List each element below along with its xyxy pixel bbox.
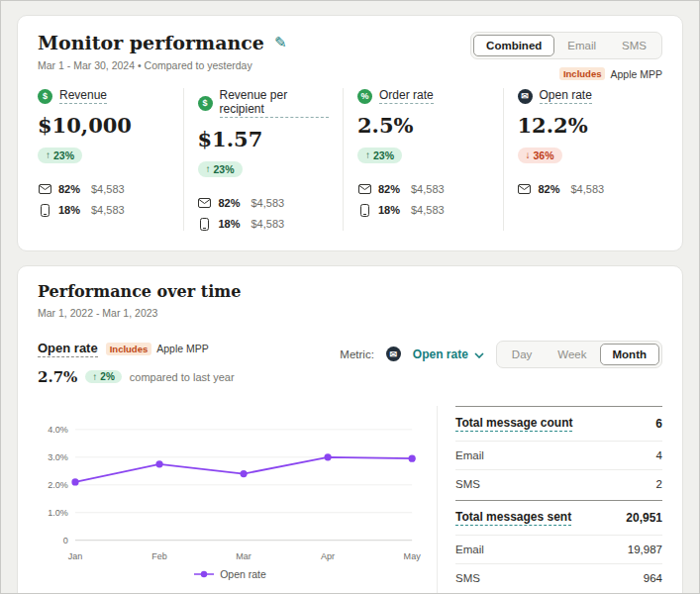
change-value: 2% (100, 371, 114, 382)
total-message-count-value: 6 (655, 417, 662, 431)
email-breakdown-row: 82% $4,583 (357, 183, 489, 195)
metric-dropdown[interactable]: Open rate (413, 346, 484, 361)
chart-area: 01.0%2.0%3.0%4.0%JanFebMarAprMay Open ra… (38, 406, 437, 594)
tab-combined[interactable]: Combined (473, 35, 554, 56)
tab-sms[interactable]: SMS (609, 35, 659, 56)
edit-icon[interactable]: ✎ (274, 34, 287, 51)
channel-value: $4,583 (411, 183, 445, 195)
metric-dropdown-value: Open rate (413, 347, 468, 361)
total-message-count-label[interactable]: Total message count (455, 416, 572, 432)
email-breakdown-row: 82% $4,583 (518, 183, 650, 195)
comparison-note: compared to last year (130, 371, 235, 383)
change-badge: ↑ 23% (198, 161, 243, 177)
table-row: SMS 964 (455, 563, 662, 592)
tab-month[interactable]: Month (600, 344, 659, 365)
open-rate-summary: Open rate Includes Apple MPP 2.7% ↑ 2% c… (38, 341, 235, 386)
channel-pct: 18% (58, 204, 84, 216)
change-value: 23% (373, 149, 394, 161)
includes-label: Includes (106, 343, 152, 355)
channel-value: $4,583 (571, 183, 605, 195)
phone-icon (38, 204, 51, 217)
metric-column-open-rate: ✉ Open rate 12.2% ↓ 36% 82% $4,583 (503, 88, 663, 231)
arrow-down-icon: ↓ (526, 149, 531, 160)
table-row: Email 19,987 (455, 535, 662, 563)
order-rate-icon: % (357, 89, 372, 104)
open-rate-icon: ✉ (518, 89, 533, 104)
change-value: 36% (534, 149, 554, 161)
line-chart: 01.0%2.0%3.0%4.0%JanFebMarAprMay (38, 406, 423, 567)
metric-label[interactable]: Revenue (59, 88, 107, 104)
change-badge: ↓ 36% (518, 148, 562, 163)
email-icon (38, 184, 51, 194)
channel-value: $4,583 (91, 183, 125, 195)
table-row: SMS 2 (455, 469, 662, 498)
metric-label[interactable]: Revenue per recipient (220, 88, 330, 118)
channel-breakdown: 82% $4,583 (518, 183, 650, 195)
channel-pct: 82% (378, 183, 404, 195)
metric-label[interactable]: Order rate (379, 88, 434, 104)
monitor-performance-card: Monitor performance ✎ Mar 1 - Mar 30, 20… (17, 15, 683, 251)
row-label: Email (455, 544, 484, 555)
legend-label: Open rate (220, 568, 266, 580)
total-messages-sent-value: 20,951 (626, 511, 662, 525)
tab-email[interactable]: Email (554, 35, 609, 56)
revenue-icon: $ (38, 89, 52, 104)
email-breakdown-row: 82% $4,583 (38, 183, 169, 195)
svg-text:4.0%: 4.0% (48, 425, 68, 435)
tab-week[interactable]: Week (545, 344, 599, 365)
apple-mpp-badge: Includes Apple MPP (559, 67, 662, 80)
metric-selector-label: Metric: (340, 348, 374, 360)
total-messages-sent-section: Total messages sent 20,951 Email 19,987 … (455, 500, 662, 592)
page-title: Monitor performance (38, 32, 264, 53)
totals-panel: Total message count 6 Email 4 SMS 2 Tota… (437, 406, 662, 594)
apple-mpp-badge: Includes Apple MPP (106, 343, 209, 355)
current-open-rate: 2.7% (38, 368, 77, 386)
channel-breakdown: 82% $4,583 18% $4,583 (198, 197, 330, 231)
arrow-up-icon: ↑ (92, 371, 97, 382)
email-breakdown-row: 82% $4,583 (198, 197, 330, 209)
change-value: 23% (53, 149, 74, 161)
sms-breakdown-row: 18% $4,583 (198, 218, 330, 231)
svg-text:1.0%: 1.0% (48, 507, 68, 517)
svg-text:Feb: Feb (151, 550, 167, 560)
change-badge: ↑ 23% (357, 148, 402, 163)
row-label: SMS (455, 478, 480, 490)
svg-text:Mar: Mar (236, 550, 251, 560)
sms-breakdown-row: 18% $4,583 (38, 204, 169, 217)
date-range-subtitle: Mar 1 - Mar 30, 2024 • Compared to yeste… (38, 59, 287, 71)
metric-value: $10,000 (38, 113, 169, 138)
svg-text:May: May (404, 550, 422, 560)
channel-pct: 82% (219, 197, 245, 209)
arrow-up-icon: ↑ (46, 149, 50, 160)
revenue-per-recipient-icon: $ (198, 96, 213, 111)
row-value: 964 (644, 572, 662, 584)
channel-tabs: Combined Email SMS (470, 32, 662, 59)
change-value: 23% (214, 163, 235, 175)
open-rate-label[interactable]: Open rate (38, 341, 98, 357)
performance-over-time-card: Performance over time Mar 1, 2022 - Mar … (17, 265, 683, 594)
tab-day[interactable]: Day (499, 344, 545, 365)
open-rate-icon: ✉ (386, 346, 401, 361)
sms-breakdown-row: 18% $4,583 (357, 204, 489, 217)
arrow-up-icon: ↑ (365, 149, 370, 160)
chevron-down-icon (474, 346, 484, 361)
granularity-tabs: Day Week Month (496, 341, 662, 368)
channel-pct: 82% (58, 183, 84, 195)
channel-pct: 18% (378, 204, 404, 216)
chart-legend: Open rate (38, 568, 423, 580)
row-value: 2 (656, 478, 662, 490)
channel-value: $4,583 (411, 204, 445, 216)
metric-value: 12.2% (518, 113, 650, 138)
total-messages-sent-label[interactable]: Total messages sent (455, 510, 571, 526)
channel-value: $4,583 (91, 204, 125, 216)
date-range-subtitle: Mar 1, 2022 - Mar 1, 2023 (38, 307, 662, 319)
channel-breakdown: 82% $4,583 18% $4,583 (38, 183, 169, 217)
channel-breakdown: 82% $4,583 18% $4,583 (357, 183, 489, 217)
svg-text:Apr: Apr (321, 550, 335, 560)
apple-mpp-label: Apple MPP (156, 343, 209, 354)
channel-pct: 82% (539, 183, 564, 195)
metric-column-revenue-per-recipient: $ Revenue per recipient $1.57 ↑ 23% 82% … (183, 88, 344, 231)
change-badge: ↑ 2% (85, 370, 121, 383)
table-row: Email 4 (455, 441, 662, 469)
metric-label[interactable]: Open rate (540, 88, 592, 104)
